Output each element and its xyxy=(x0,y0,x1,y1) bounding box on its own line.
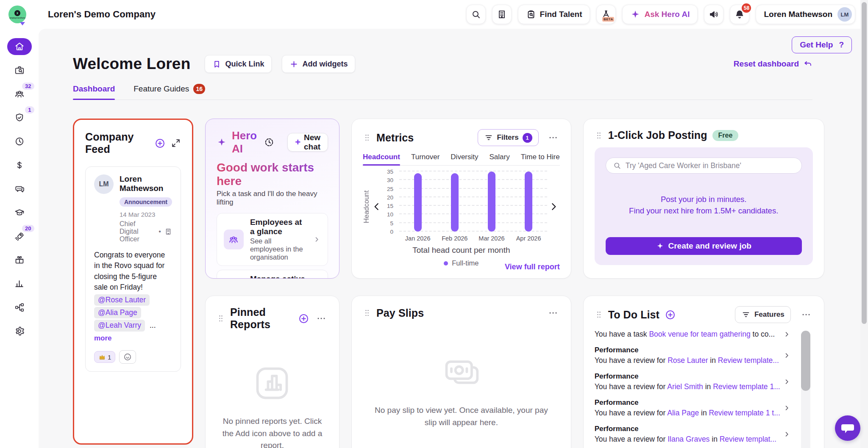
search-button[interactable] xyxy=(466,5,486,24)
todo-link[interactable]: Ilana Graves xyxy=(668,435,709,443)
create-review-job-button[interactable]: Create and review job xyxy=(606,237,802,255)
todo-link[interactable]: Review template 1... xyxy=(713,382,780,391)
reset-dashboard-link[interactable]: Reset dashboard xyxy=(734,59,812,69)
free-badge: Free xyxy=(712,130,739,141)
features-filter-button[interactable]: Features xyxy=(735,306,791,323)
sidebar-item-people[interactable]: 32 xyxy=(7,86,32,102)
sidebar-item-home[interactable] xyxy=(7,38,32,55)
todo-link[interactable]: Alia Page xyxy=(667,409,699,417)
metric-tab-turnover[interactable]: Turnover xyxy=(411,153,440,165)
todo-item[interactable]: PerformanceYou have a review for Ilana G… xyxy=(595,425,791,444)
feature-guides-count-badge: 16 xyxy=(193,84,205,94)
todo-link[interactable]: Book venue for team gathering xyxy=(649,330,750,338)
drag-handle-icon[interactable] xyxy=(217,314,225,323)
announcements-button[interactable] xyxy=(704,5,723,24)
notifications-button[interactable]: 58 xyxy=(730,5,749,24)
mention-chip[interactable]: @Alia Page xyxy=(94,307,141,318)
todo-item[interactable]: PerformanceYou have a review for Ariel S… xyxy=(595,372,791,391)
chat-history-icon[interactable] xyxy=(262,135,276,149)
chart-caption: Total head count per month xyxy=(363,246,560,255)
drag-handle-icon[interactable] xyxy=(363,133,371,142)
chevron-right-icon xyxy=(783,430,791,438)
organisation-button[interactable] xyxy=(492,5,512,24)
labs-beta-button[interactable]: BETA xyxy=(596,5,616,24)
filters-button[interactable]: Filters 1 xyxy=(478,129,539,146)
filter-icon xyxy=(484,133,493,142)
new-chat-button[interactable]: + New chat xyxy=(287,133,328,152)
user-menu[interactable]: Loren Mathewson LM xyxy=(756,5,855,24)
ask-hero-ai-button[interactable]: Ask Hero AI xyxy=(622,5,698,24)
hero-ai-task[interactable]: Manage active reviewsView and track curr… xyxy=(217,270,328,279)
more-options-icon[interactable] xyxy=(546,306,560,320)
post-ellipsis: ... xyxy=(147,321,156,329)
sidebar-item-messages[interactable] xyxy=(7,180,32,197)
metric-tab-diversity[interactable]: Diversity xyxy=(451,153,478,165)
page-scrollbar[interactable] xyxy=(860,0,868,448)
post-more-link[interactable]: more xyxy=(94,333,112,344)
sidebar-item-reports[interactable] xyxy=(7,275,32,292)
todo-line: You have a task Book venue for team gath… xyxy=(595,330,780,339)
expand-icon[interactable] xyxy=(171,138,181,148)
sidebar-item-payroll[interactable] xyxy=(7,157,32,174)
more-options-icon[interactable] xyxy=(314,312,328,325)
more-options-icon[interactable] xyxy=(546,131,560,144)
metric-tab-time-to-hire[interactable]: Time to Hire xyxy=(521,153,560,165)
mention-chip[interactable]: @Leah Varry xyxy=(94,320,145,331)
hero-ai-card: Hero AI + New chat Good work starts here… xyxy=(205,119,339,279)
more-options-icon[interactable] xyxy=(799,308,813,321)
graduation-cap-icon xyxy=(14,207,25,218)
todo-link[interactable]: Rose Lauter xyxy=(668,356,708,365)
todo-item[interactable]: PerformanceYou have a review for Alia Pa… xyxy=(595,398,791,418)
todo-link[interactable]: Review templat... xyxy=(720,435,776,443)
chart-x-label: Mar 2026 xyxy=(473,235,510,242)
metric-tab-salary[interactable]: Salary xyxy=(490,153,510,165)
todo-item[interactable]: You have a task Book venue for team gath… xyxy=(595,330,791,339)
todo-link[interactable]: Review template... xyxy=(718,356,779,365)
chart-next-icon[interactable] xyxy=(547,200,560,213)
sidebar-item-benefits[interactable] xyxy=(7,252,32,268)
find-talent-button[interactable]: Find Talent xyxy=(518,5,590,24)
todo-scrollbar[interactable] xyxy=(801,331,810,448)
quick-link-button[interactable]: Quick Link xyxy=(205,55,272,73)
sidebar-item-learning[interactable] xyxy=(7,204,32,221)
add-reaction-button[interactable] xyxy=(119,350,136,364)
chart-prev-icon[interactable] xyxy=(370,200,383,213)
todo-scrollbar-thumb[interactable] xyxy=(801,331,810,391)
add-widgets-button[interactable]: Add widgets xyxy=(282,55,355,73)
drag-handle-icon[interactable] xyxy=(363,309,371,317)
reaction-pill[interactable]: 1 xyxy=(94,351,115,363)
hero-ai-task[interactable]: Employees at a glanceSee all employees i… xyxy=(217,213,328,266)
job-search-input[interactable] xyxy=(626,161,795,170)
view-full-report-link[interactable]: View full report xyxy=(505,263,560,271)
sidebar-item-compliance[interactable]: 1 xyxy=(7,109,32,126)
todo-link[interactable]: Ariel Smith xyxy=(667,382,703,391)
drag-handle-icon[interactable] xyxy=(595,310,603,319)
company-logo[interactable]: employmenthero xyxy=(0,0,39,29)
sidebar-badge: 1 xyxy=(25,106,34,113)
sidebar-item-recruitment[interactable] xyxy=(7,62,32,79)
sidebar-item-time[interactable] xyxy=(7,133,32,150)
chat-widget-button[interactable] xyxy=(835,415,860,441)
user-avatar: LM xyxy=(837,7,852,22)
building-icon xyxy=(497,9,507,19)
sidebar-item-organisation[interactable] xyxy=(7,299,32,316)
metric-tab-headcount[interactable]: Headcount xyxy=(363,153,400,165)
tab-dashboard[interactable]: Dashboard xyxy=(73,84,115,100)
tab-feature-guides[interactable]: Feature Guides 16 xyxy=(134,84,205,100)
sidebar-item-settings[interactable] xyxy=(7,323,32,340)
todo-link[interactable]: Review template 1 t... xyxy=(709,409,780,417)
dollar-icon xyxy=(14,160,25,171)
page-scrollbar-thumb[interactable] xyxy=(862,2,867,324)
add-report-icon[interactable] xyxy=(298,313,309,324)
sidebar-item-launch[interactable]: 20 xyxy=(7,228,32,245)
drag-handle-icon[interactable] xyxy=(595,131,603,140)
sparkle-icon xyxy=(656,241,664,251)
chat-bubble-icon xyxy=(841,423,854,434)
add-post-icon[interactable] xyxy=(154,138,166,149)
todo-item[interactable]: PerformanceYou have a review for Rose La… xyxy=(595,346,791,365)
job-search-field[interactable] xyxy=(606,158,802,174)
smiley-icon xyxy=(123,352,132,362)
feed-post[interactable]: LM Loren Mathewson Announcement 14 Mar 2… xyxy=(85,166,181,372)
add-task-icon[interactable] xyxy=(665,309,676,321)
mention-chip[interactable]: @Rose Lauter xyxy=(94,294,150,306)
